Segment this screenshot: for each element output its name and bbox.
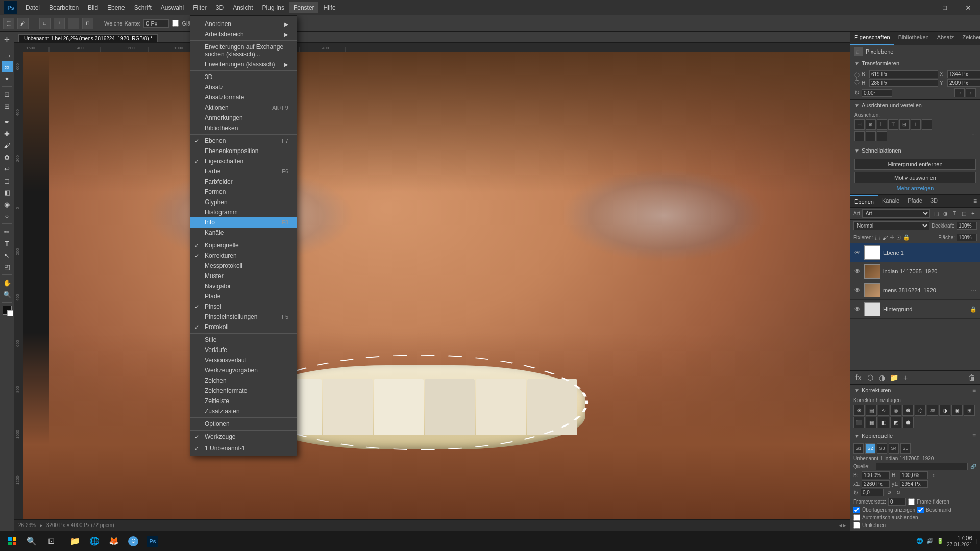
korrekturen-check: ✓ <box>194 253 199 259</box>
item-muster: Muster <box>205 272 224 280</box>
menu-group-4: ✓ Ebenen F7 Ebenenkomposition ✓ Eigensch… <box>190 135 297 239</box>
menu-navigator[interactable]: Navigator <box>190 281 297 291</box>
menu-logo: Ps <box>4 1 17 14</box>
menu-aktionen[interactable]: Aktionen Alt+F9 <box>190 103 297 113</box>
menu-erweiterungen[interactable]: Erweiterungen (klassisch) ▶ <box>190 59 297 69</box>
info-shortcut: F8 <box>282 219 288 226</box>
menu-anmerkungen[interactable]: Anmerkungen <box>190 113 297 123</box>
menu-item-schrift[interactable]: Schrift <box>130 2 156 13</box>
item-kopierquelle: Kopierquelle <box>205 242 239 249</box>
item-optionen: Optionen <box>205 420 230 428</box>
menu-exchange[interactable]: Erweiterungen auf Exchange suchen (klass… <box>190 42 297 59</box>
minimize-button[interactable]: ─ <box>910 0 933 15</box>
item-glyphen: Glyphen <box>205 198 228 206</box>
maximize-button[interactable]: ❐ <box>933 0 957 15</box>
item-3d: 3D <box>205 73 212 81</box>
menu-group-1: Anordnen ▶ Arbeitsbereich ▶ <box>190 18 297 41</box>
eigenschaften-check: ✓ <box>194 158 199 165</box>
item-bibliotheken: Bibliotheken <box>205 124 238 132</box>
item-navigator: Navigator <box>205 283 231 290</box>
protokoll-check: ✓ <box>194 324 199 331</box>
window-controls: ─ ❐ ✕ <box>910 0 980 15</box>
menu-group-5: ✓ Kopierquelle ✓ Korrekturen Messprotoko… <box>190 239 297 334</box>
menu-eigenschaften[interactable]: ✓ Eigenschaften <box>190 156 297 166</box>
menu-3d[interactable]: 3D <box>190 72 297 82</box>
item-absatz: Absatz <box>205 84 224 91</box>
menu-zusatztasten[interactable]: Zusatztasten <box>190 406 297 416</box>
menu-item-hilfe[interactable]: Hilfe <box>320 2 340 13</box>
menu-messprotokoll[interactable]: Messprotokoll <box>190 261 297 271</box>
menu-anordnen[interactable]: Anordnen ▶ <box>190 19 297 29</box>
dropdown-overlay[interactable] <box>0 0 980 551</box>
menu-item-ebene[interactable]: Ebene <box>103 2 129 13</box>
ebenen-shortcut: F7 <box>282 138 288 144</box>
menu-pinseleinstellungen[interactable]: Pinseleinstellungen F5 <box>190 312 297 322</box>
item-korrekturen: Korrekturen <box>205 252 237 259</box>
menu-item-ansicht[interactable]: Ansicht <box>229 2 257 13</box>
item-zeichen: Zeichen <box>205 377 227 384</box>
menu-item-datei[interactable]: Datei <box>21 2 44 13</box>
menu-muster[interactable]: Muster <box>190 271 297 281</box>
menu-arbeitsbereich[interactable]: Arbeitsbereich ▶ <box>190 29 297 39</box>
menu-versionsverlauf[interactable]: Versionsverlauf <box>190 355 297 365</box>
menu-item-fenster[interactable]: Fenster <box>289 2 318 13</box>
menu-item-bearbeiten[interactable]: Bearbeiten <box>45 2 83 13</box>
menu-item-auswahl[interactable]: Auswahl <box>157 2 188 13</box>
item-zusatztasten: Zusatztasten <box>205 408 240 415</box>
menu-unbenannt1[interactable]: ✓ 1 Unbenannt-1 <box>190 443 297 454</box>
menu-zeichen[interactable]: Zeichen <box>190 375 297 386</box>
menu-item-3d[interactable]: 3D <box>212 2 228 13</box>
pinsel-check: ✓ <box>194 304 199 310</box>
item-kanaele: Kanäle <box>205 229 224 236</box>
menu-zeichenformate[interactable]: Zeichenformate <box>190 386 297 396</box>
werkzeuge-check: ✓ <box>194 434 199 440</box>
menu-werkzeuge[interactable]: ✓ Werkzeuge <box>190 432 297 442</box>
item-aktionen: Aktionen <box>205 104 229 111</box>
menu-kanaele[interactable]: Kanäle <box>190 228 297 238</box>
item-histogramm: Histogramm <box>205 209 238 216</box>
menu-pfade[interactable]: Pfade <box>190 291 297 302</box>
menu-info[interactable]: Info F8 <box>190 217 297 228</box>
menu-optionen[interactable]: Optionen <box>190 419 297 429</box>
arbeitsbereich-arrow: ▶ <box>284 32 288 37</box>
close-button[interactable]: ✕ <box>957 0 980 15</box>
item-farbe: Farbe <box>205 168 220 175</box>
kopierquelle-check: ✓ <box>194 242 199 249</box>
item-protokoll: Protokoll <box>205 323 229 331</box>
menu-farbe[interactable]: Farbe F6 <box>190 166 297 177</box>
item-zeitleiste: Zeitleiste <box>205 397 229 405</box>
erweiterungen-arrow: ▶ <box>284 62 288 67</box>
menu-group-7: Optionen <box>190 418 297 431</box>
menu-glyphen[interactable]: Glyphen <box>190 197 297 207</box>
menu-item-filter[interactable]: Filter <box>189 2 211 13</box>
item-eigenschaften: Eigenschaften <box>205 158 243 165</box>
menu-pinsel[interactable]: ✓ Pinsel <box>190 302 297 312</box>
menu-histogramm[interactable]: Histogramm <box>190 207 297 217</box>
item-ebenenkomp: Ebenenkomposition <box>205 147 258 155</box>
menu-zeitleiste[interactable]: Zeitleiste <box>190 396 297 406</box>
title-bar: Ps Datei Bearbeiten Bild Ebene Schrift A… <box>0 0 980 15</box>
item-info: Info <box>205 219 215 226</box>
menu-item-plugins[interactable]: Plug-ins <box>258 2 288 13</box>
menu-protokoll[interactable]: ✓ Protokoll <box>190 322 297 332</box>
menu-ebenen[interactable]: ✓ Ebenen F7 <box>190 136 297 146</box>
menu-formen[interactable]: Formen <box>190 187 297 197</box>
menu-ebenenkomposition[interactable]: Ebenenkomposition <box>190 146 297 156</box>
menu-absatzformate[interactable]: Absatzformate <box>190 92 297 103</box>
menu-farbfelder[interactable]: Farbfelder <box>190 177 297 187</box>
menu-korrekturen[interactable]: ✓ Korrekturen <box>190 251 297 261</box>
menu-stile[interactable]: Stile <box>190 335 297 345</box>
menu-absatz[interactable]: Absatz <box>190 82 297 92</box>
item-versionsverlauf: Versionsverlauf <box>205 357 247 364</box>
menu-bibliotheken[interactable]: Bibliotheken <box>190 123 297 133</box>
item-farbfelder: Farbfelder <box>205 178 233 185</box>
menu-kopierquelle[interactable]: ✓ Kopierquelle <box>190 240 297 251</box>
menu-group-6: Stile Verläufe Versionsverlauf Werkzeugv… <box>190 334 297 418</box>
menu-verlaeufe[interactable]: Verläufe <box>190 345 297 355</box>
item-pfade: Pfade <box>205 293 220 300</box>
menu-group-9: ✓ 1 Unbenannt-1 <box>190 443 297 454</box>
menu-item-bild[interactable]: Bild <box>84 2 102 13</box>
item-verlaeufe: Verläufe <box>205 346 227 354</box>
exchange-label: Erweiterungen auf Exchange suchen (klass… <box>205 43 288 58</box>
menu-werkzeugvorgaben[interactable]: Werkzeugvorgaben <box>190 365 297 375</box>
